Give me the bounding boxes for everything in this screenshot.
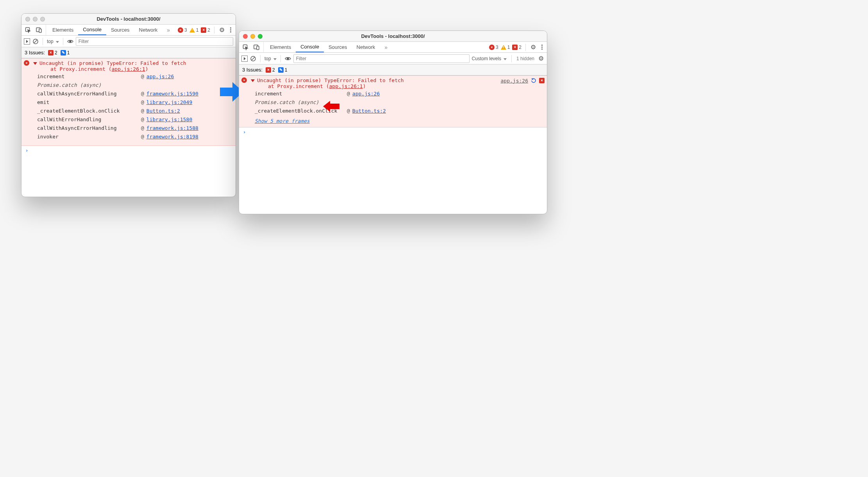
inspect-element-icon[interactable] bbox=[242, 44, 249, 51]
traffic-lights bbox=[25, 17, 45, 22]
error-source-link[interactable]: app.js:26:1 bbox=[329, 83, 363, 89]
device-toggle-icon[interactable] bbox=[253, 44, 260, 51]
stack-frame: _createElementBlock.onClick@Button.ts:2 bbox=[37, 108, 233, 117]
traffic-lights bbox=[243, 34, 263, 39]
source-link[interactable]: Button.ts:2 bbox=[352, 108, 386, 114]
svg-line-4 bbox=[34, 40, 37, 43]
clear-console-icon[interactable] bbox=[250, 56, 256, 62]
zoom-button[interactable] bbox=[40, 17, 45, 22]
console-body: × Uncaught (in promise) TypeError: Faile… bbox=[239, 75, 547, 137]
restart-frame-icon[interactable] bbox=[530, 77, 537, 84]
issues-red-badge: ×2 bbox=[48, 50, 57, 56]
issues-red-badge: ×2 bbox=[266, 67, 275, 73]
disclosure-triangle-icon[interactable] bbox=[33, 62, 37, 65]
stack-frame: callWithAsyncErrorHandling@framework.js:… bbox=[37, 125, 233, 134]
tab-network[interactable]: Network bbox=[134, 25, 163, 35]
tab-sources[interactable]: Sources bbox=[324, 42, 352, 52]
issues-label: 3 Issues: bbox=[242, 67, 263, 73]
close-button[interactable] bbox=[25, 17, 30, 22]
source-link[interactable]: app.js:26 bbox=[352, 91, 380, 97]
warning-badge[interactable]: 1 bbox=[501, 45, 510, 50]
error-source-link[interactable]: app.js:26:1 bbox=[112, 66, 145, 72]
source-link[interactable]: library.js:2049 bbox=[146, 99, 192, 105]
more-tabs-icon[interactable] bbox=[162, 25, 175, 35]
tab-sources[interactable]: Sources bbox=[106, 25, 134, 35]
zoom-button[interactable] bbox=[258, 34, 263, 39]
tab-network[interactable]: Network bbox=[352, 42, 380, 52]
window-title: DevTools - localhost:3000/ bbox=[21, 16, 236, 22]
console-toolbar: top Filter Custom levels 1 hidden bbox=[239, 53, 547, 65]
tab-elements[interactable]: Elements bbox=[265, 42, 296, 52]
panel-tabbar: Elements Console Sources Network ×3 1 ×2 bbox=[239, 42, 547, 53]
device-toggle-icon[interactable] bbox=[36, 27, 43, 34]
issues-bar[interactable]: 3 Issues: ×2 ✎1 bbox=[21, 47, 236, 58]
disclosure-triangle-icon[interactable] bbox=[251, 79, 255, 82]
show-more-frames[interactable]: Show 5 more frames bbox=[255, 118, 545, 124]
svg-point-5 bbox=[70, 41, 71, 42]
warning-badge[interactable]: 1 bbox=[189, 27, 199, 33]
error-entry: × Uncaught (in promise) TypeError: Faile… bbox=[21, 58, 236, 146]
console-prompt[interactable]: › bbox=[239, 127, 547, 137]
source-link[interactable]: Button.ts:2 bbox=[146, 108, 180, 114]
highlight-arrow-icon bbox=[323, 101, 340, 112]
error-message: Uncaught (in promise) TypeError: Failed … bbox=[39, 60, 233, 72]
more-menu-icon[interactable] bbox=[539, 44, 545, 51]
settings-icon[interactable] bbox=[530, 44, 537, 51]
issues-bar[interactable]: 3 Issues: ×2 ✎1 bbox=[239, 65, 547, 75]
context-selector[interactable]: top bbox=[47, 39, 59, 44]
sidebar-toggle-icon[interactable] bbox=[241, 56, 248, 62]
minimize-button[interactable] bbox=[33, 17, 38, 22]
filter-input[interactable]: Filter bbox=[76, 37, 233, 46]
live-expression-icon[interactable] bbox=[285, 56, 291, 62]
issue-badge[interactable]: ×2 bbox=[512, 45, 522, 50]
source-link[interactable]: framework.js:1590 bbox=[146, 91, 198, 97]
log-levels-selector[interactable]: Custom levels bbox=[472, 56, 507, 61]
panel-tabs: Elements Console Sources Network bbox=[46, 25, 175, 35]
stack-frame: _createElementBlock.onClick@Button.ts:2 bbox=[255, 108, 545, 117]
console-body: × Uncaught (in promise) TypeError: Faile… bbox=[21, 58, 236, 155]
stack-frame: invoker@framework.js:8198 bbox=[37, 134, 233, 142]
sidebar-toggle-icon[interactable] bbox=[24, 38, 30, 45]
source-link[interactable]: framework.js:8198 bbox=[146, 134, 198, 140]
devtools-window-before: DevTools - localhost:3000/ Elements Cons… bbox=[21, 13, 236, 197]
error-dismiss-icon[interactable]: × bbox=[539, 78, 545, 83]
inspect-element-icon[interactable] bbox=[25, 27, 32, 34]
source-link[interactable]: framework.js:1588 bbox=[146, 125, 198, 131]
more-tabs-icon[interactable] bbox=[380, 42, 392, 52]
hidden-count: 1 hidden bbox=[516, 56, 534, 61]
more-menu-icon[interactable] bbox=[228, 27, 233, 34]
panel-tabs: Elements Console Sources Network bbox=[264, 42, 392, 52]
issues-label: 3 Issues: bbox=[25, 50, 45, 56]
source-link[interactable]: app.js:26 bbox=[501, 78, 528, 84]
source-link[interactable]: app.js:26 bbox=[146, 74, 174, 79]
tab-console[interactable]: Console bbox=[296, 42, 324, 52]
error-badge[interactable]: ×3 bbox=[178, 27, 187, 33]
console-prompt[interactable]: › bbox=[21, 146, 236, 155]
error-entry: × Uncaught (in promise) TypeError: Faile… bbox=[239, 75, 547, 127]
filter-input[interactable]: Filter bbox=[293, 54, 470, 63]
stack-trace: increment@app.js:26 Promise.catch (async… bbox=[37, 74, 233, 142]
svg-line-10 bbox=[252, 57, 255, 60]
window-title: DevTools - localhost:3000/ bbox=[239, 33, 547, 39]
error-icon: × bbox=[24, 60, 29, 66]
live-expression-icon[interactable] bbox=[67, 38, 73, 45]
context-selector[interactable]: top bbox=[264, 56, 277, 61]
source-link[interactable]: library.js:1580 bbox=[146, 117, 192, 122]
console-settings-icon[interactable] bbox=[538, 55, 545, 62]
close-button[interactable] bbox=[243, 34, 248, 39]
titlebar: DevTools - localhost:3000/ bbox=[239, 31, 547, 42]
settings-icon[interactable] bbox=[218, 27, 225, 34]
svg-rect-8 bbox=[257, 46, 259, 50]
devtools-window-after: DevTools - localhost:3000/ Elements Cons… bbox=[239, 30, 547, 214]
tab-elements[interactable]: Elements bbox=[48, 25, 78, 35]
minimize-button[interactable] bbox=[250, 34, 255, 39]
error-icon: × bbox=[241, 77, 247, 83]
clear-console-icon[interactable] bbox=[32, 38, 39, 45]
issues-blue-badge: ✎1 bbox=[278, 67, 288, 73]
tab-console[interactable]: Console bbox=[78, 25, 106, 35]
error-badge[interactable]: ×3 bbox=[489, 45, 498, 50]
issue-badge[interactable]: ×2 bbox=[201, 27, 210, 33]
stack-frame: increment@app.js:26 bbox=[255, 91, 545, 99]
stack-frame: increment@app.js:26 bbox=[37, 74, 233, 82]
panel-tabbar: Elements Console Sources Network ×3 1 ×2 bbox=[21, 25, 236, 36]
